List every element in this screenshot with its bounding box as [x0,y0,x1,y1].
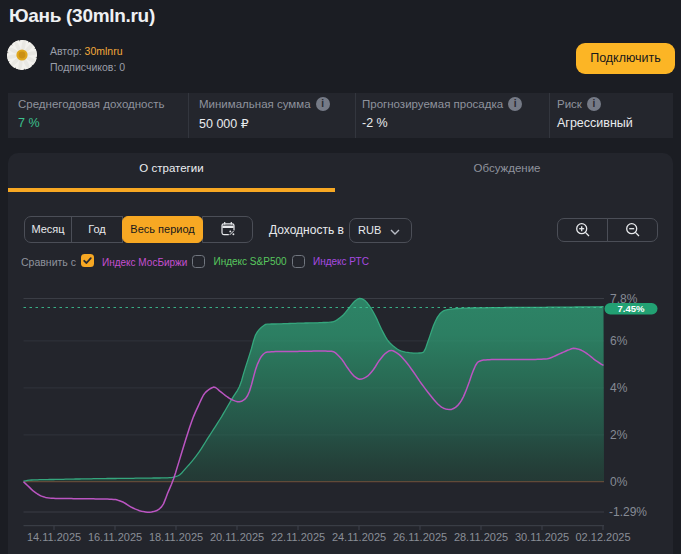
svg-text:22.11.2025: 22.11.2025 [271,531,325,543]
svg-text:-1.29%: -1.29% [609,505,647,519]
svg-text:20.11.2025: 20.11.2025 [210,531,264,543]
svg-text:26.11.2025: 26.11.2025 [393,531,447,543]
svg-text:6%: 6% [610,334,628,348]
svg-text:30.11.2025: 30.11.2025 [515,531,569,543]
svg-text:18.11.2025: 18.11.2025 [149,531,203,543]
svg-text:28.11.2025: 28.11.2025 [454,531,508,543]
svg-text:0%: 0% [610,475,628,489]
svg-text:02.12.2025: 02.12.2025 [575,531,630,543]
svg-text:24.11.2025: 24.11.2025 [332,531,386,543]
svg-text:7.8%: 7.8% [610,292,638,306]
svg-text:4%: 4% [610,381,628,395]
svg-text:14.11.2025: 14.11.2025 [27,531,81,543]
svg-text:16.11.2025: 16.11.2025 [88,531,142,543]
svg-text:2%: 2% [610,428,628,442]
